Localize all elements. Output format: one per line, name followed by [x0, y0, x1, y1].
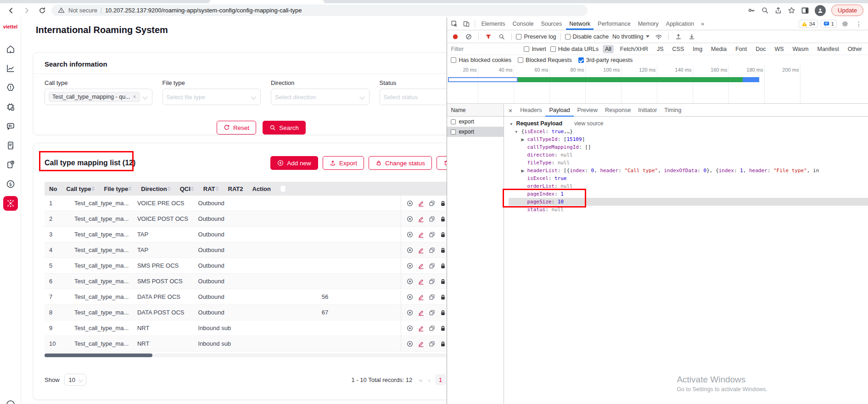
copy-icon[interactable]: [428, 200, 436, 207]
forward-button[interactable]: [20, 4, 33, 17]
request-type-filter-chip[interactable]: Media: [709, 45, 729, 53]
edit-icon[interactable]: [417, 309, 425, 316]
export-har-icon[interactable]: [686, 32, 697, 42]
has-blocked-cookies-checkbox[interactable]: Has blocked cookies: [451, 57, 511, 63]
payload-section-header[interactable]: ▾Request Payloadview source: [509, 120, 868, 128]
device-toolbar-icon[interactable]: [461, 19, 472, 29]
payload-line[interactable]: fileType: null: [509, 159, 868, 167]
browser-active-tab[interactable]: [209, 0, 325, 3]
browser-profile-avatar[interactable]: [815, 5, 826, 16]
invert-checkbox[interactable]: Invert: [524, 46, 546, 52]
back-button[interactable]: [5, 4, 17, 17]
password-key-icon[interactable]: [748, 6, 756, 14]
prev-page-button[interactable]: ‹: [427, 376, 431, 384]
view-icon[interactable]: [406, 278, 414, 285]
table-horizontal-scrollbar[interactable]: [45, 354, 447, 357]
share-icon[interactable]: [774, 6, 782, 14]
network-search-icon[interactable]: [496, 32, 507, 42]
edit-icon[interactable]: [417, 293, 425, 301]
devtools-tab[interactable]: Network: [566, 17, 594, 30]
detail-tab[interactable]: Initiator: [634, 104, 661, 117]
sort-carets-icon[interactable]: [190, 186, 194, 191]
currency-dollar-icon[interactable]: $: [0, 174, 21, 194]
warnings-badge[interactable]: 34: [799, 20, 818, 28]
view-icon[interactable]: [406, 231, 414, 238]
view-icon[interactable]: [406, 309, 414, 316]
devtools-tab[interactable]: Console: [510, 17, 537, 30]
table-header-cell[interactable]: No: [45, 182, 62, 196]
status-select[interactable]: Select status: [380, 89, 447, 105]
request-type-filter-chip[interactable]: Manifest: [815, 45, 841, 53]
blocked-requests-checkbox[interactable]: Blocked Requests: [518, 57, 572, 63]
page-size-select[interactable]: 10: [64, 374, 86, 386]
copy-icon[interactable]: [428, 278, 436, 285]
table-header-cell[interactable]: RAT2: [224, 182, 248, 196]
hide-data-urls-checkbox[interactable]: Hide data URLs: [550, 46, 599, 52]
filter-funnel-icon[interactable]: [483, 32, 494, 42]
view-icon[interactable]: [406, 247, 414, 254]
home-icon[interactable]: [0, 39, 21, 59]
table-header-cell[interactable]: File type: [100, 182, 137, 196]
add-new-button[interactable]: Add new: [270, 156, 318, 170]
devtools-settings-gear-icon[interactable]: [840, 19, 851, 29]
edit-icon[interactable]: [417, 200, 425, 207]
expand-arrow-icon[interactable]: ▾: [515, 128, 521, 136]
import-har-icon[interactable]: [673, 32, 684, 42]
devtools-tab[interactable]: Memory: [635, 17, 662, 30]
request-type-filter-chip[interactable]: Other: [846, 45, 864, 53]
copy-icon[interactable]: [428, 215, 436, 223]
copy-icon[interactable]: [428, 247, 436, 254]
detail-tab[interactable]: Response: [601, 104, 634, 117]
payload-line[interactable]: callTypeMappingId: []: [509, 143, 868, 151]
table-header-cell[interactable]: RAT: [199, 182, 224, 196]
lock-icon[interactable]: [439, 293, 447, 301]
reload-button[interactable]: [36, 4, 49, 17]
bookmark-star-icon[interactable]: [788, 6, 795, 14]
request-type-filter-chip[interactable]: CSS: [670, 45, 687, 53]
side-panel-icon[interactable]: [801, 6, 809, 15]
payload-line[interactable]: status: null: [509, 206, 868, 213]
view-icon[interactable]: [406, 215, 414, 223]
payload-line[interactable]: ▶callTypeId: [15109]: [509, 135, 868, 143]
inspect-element-icon[interactable]: [449, 19, 460, 29]
request-type-filter-chip[interactable]: All: [603, 45, 614, 53]
devtools-tab[interactable]: Performance: [594, 17, 634, 30]
devtools-tab[interactable]: Elements: [478, 17, 508, 30]
lock-icon[interactable]: [439, 215, 447, 223]
edit-icon[interactable]: [417, 231, 425, 238]
edit-icon[interactable]: [417, 278, 425, 285]
lock-icon[interactable]: [439, 262, 447, 269]
throttling-select[interactable]: No throttling: [611, 34, 650, 40]
call-type-select[interactable]: Test_call_type_mapping - qu... ×: [45, 89, 152, 105]
sidebar-item-config-mapping-active[interactable]: [0, 194, 21, 213]
view-icon[interactable]: [406, 325, 414, 332]
copy-icon[interactable]: [428, 293, 436, 301]
lock-icon[interactable]: [439, 325, 447, 332]
issues-badge[interactable]: 1: [821, 20, 837, 28]
edit-icon[interactable]: [417, 262, 425, 269]
copy-icon[interactable]: [428, 340, 436, 348]
sort-carets-icon[interactable]: [215, 186, 219, 191]
detail-tab[interactable]: Headers: [516, 104, 545, 117]
edit-icon[interactable]: [417, 247, 425, 254]
export-button[interactable]: Export: [323, 156, 364, 170]
view-source-link[interactable]: view source: [574, 120, 603, 127]
edit-icon[interactable]: [417, 325, 425, 332]
request-checkbox[interactable]: [451, 129, 456, 135]
lock-icon[interactable]: [439, 231, 447, 238]
request-checkbox[interactable]: [451, 119, 456, 124]
detail-tab[interactable]: Preview: [574, 104, 601, 117]
payload-line[interactable]: direction: null: [509, 151, 868, 159]
view-icon[interactable]: [406, 340, 414, 348]
copy-icon[interactable]: [428, 325, 436, 332]
request-type-filter-chip[interactable]: Doc: [753, 45, 768, 53]
payload-line[interactable]: isExcel: true: [509, 174, 868, 182]
hscroll-thumb[interactable]: [45, 354, 152, 357]
preserve-log-checkbox[interactable]: Preserve log: [516, 34, 556, 40]
file-share-icon[interactable]: [0, 155, 21, 174]
request-type-filter-chip[interactable]: Fetch/XHR: [618, 45, 650, 53]
copy-icon[interactable]: [428, 262, 436, 269]
page-number-button[interactable]: 1: [435, 374, 446, 385]
expand-arrow-icon[interactable]: ▶: [521, 167, 527, 175]
devtools-tab[interactable]: Application: [663, 17, 697, 30]
